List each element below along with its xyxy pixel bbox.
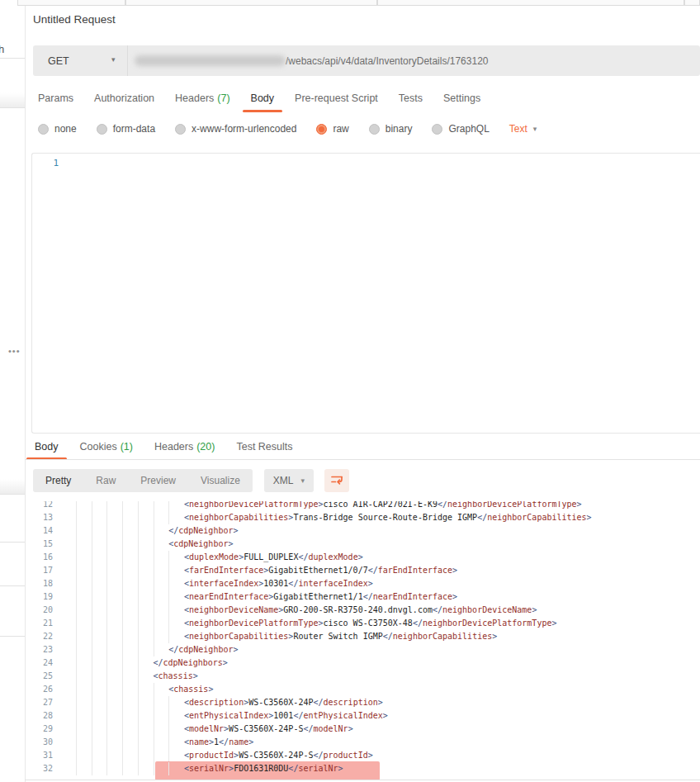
tab-count-badge: (20) xyxy=(196,441,215,453)
language-select[interactable]: XML ▾ xyxy=(264,469,314,492)
indent-guide xyxy=(154,643,154,656)
response-tab-headers[interactable]: Headers(20) xyxy=(146,438,223,460)
code-line-28: 28<entPhysicalIndex>1001</entPhysicalInd… xyxy=(25,709,700,723)
background-table-cell xyxy=(125,0,377,6)
code-line-14: 14</cdpNeighbor> xyxy=(25,524,700,538)
indent-guide xyxy=(92,538,92,551)
request-tab-settings[interactable]: Settings xyxy=(435,89,489,112)
indent-guide xyxy=(154,736,154,749)
body-mode-options: noneform-datax-www-form-urlencodedrawbin… xyxy=(25,119,700,139)
body-mode-form-data[interactable]: form-data xyxy=(97,123,155,135)
method-select[interactable]: GET ▾ xyxy=(33,45,128,76)
indent-guide xyxy=(168,617,169,630)
tab-label: Cookies xyxy=(80,441,117,453)
indent-guide xyxy=(92,501,92,511)
raw-type-select[interactable]: Text▾ xyxy=(509,123,537,135)
chevron-down-icon: ▾ xyxy=(111,55,116,64)
line-number: 29 xyxy=(25,723,53,736)
indent-guide xyxy=(122,670,123,683)
indent-guide xyxy=(138,762,139,775)
body-mode-none[interactable]: none xyxy=(38,123,77,135)
indent-guide xyxy=(92,511,92,524)
indent-guide xyxy=(76,551,77,564)
indent-guide xyxy=(138,590,139,604)
indent-guide xyxy=(92,604,92,617)
line-number: 31 xyxy=(25,749,53,762)
indent-guide xyxy=(122,696,123,709)
request-body-editor[interactable]: 1 xyxy=(31,153,700,434)
body-mode-x-www-form-urlencoded[interactable]: x-www-form-urlencoded xyxy=(175,123,296,135)
indent-guide xyxy=(76,762,77,775)
body-mode-binary[interactable]: binary xyxy=(369,123,413,135)
line-number: 30 xyxy=(25,736,53,749)
line-number: 15 xyxy=(25,538,53,551)
indent-guide xyxy=(168,604,169,617)
indent-guide xyxy=(122,723,123,736)
line-number: 14 xyxy=(25,524,53,538)
url-input[interactable]: /webacs/api/v4/data/InventoryDetails/176… xyxy=(128,45,700,76)
request-tab-tests[interactable]: Tests xyxy=(390,89,431,112)
indent-guide xyxy=(106,538,107,551)
code-text: <farEndInterface>GigabitEthernet1/0/7</f… xyxy=(184,564,457,577)
code-line-15: 15<cdpNeighbor> xyxy=(25,538,700,551)
indent-guide xyxy=(106,604,107,617)
indent-guide xyxy=(154,524,154,538)
line-number: 12 xyxy=(25,501,53,511)
method-label: GET xyxy=(48,55,69,67)
view-mode-pretty[interactable]: Pretty xyxy=(33,469,83,492)
request-tab-authorization[interactable]: Authorization xyxy=(86,89,163,112)
editor-line-number: 1 xyxy=(49,158,59,168)
indent-guide xyxy=(106,524,107,538)
radio-selected-icon xyxy=(316,124,327,135)
indent-guide xyxy=(168,511,169,524)
indent-guide xyxy=(122,736,123,749)
view-mode-preview[interactable]: Preview xyxy=(128,469,188,492)
response-toolbar: PrettyRawPreviewVisualize XML ▾ xyxy=(25,469,700,492)
radio-icon xyxy=(38,124,49,135)
request-tab-body[interactable]: Body xyxy=(243,89,283,112)
indent-guide xyxy=(76,564,77,577)
indent-guide xyxy=(122,590,123,604)
response-body-viewer[interactable]: 12<neighborDevicePlatformType>cisco AIR-… xyxy=(25,501,700,780)
code-line-19: 19<nearEndInterface>GigabitEthernet1/1</… xyxy=(25,590,700,604)
tab-count-badge: (1) xyxy=(121,441,133,453)
indent-guide xyxy=(138,604,139,617)
indent-guide xyxy=(122,511,123,524)
response-tab-body[interactable]: Body xyxy=(26,438,67,460)
url-bar: GET ▾ /webacs/api/v4/data/InventoryDetai… xyxy=(33,45,700,76)
code-line-17: 17<farEndInterface>GigabitEthernet1/0/7<… xyxy=(25,564,700,577)
code-line-18: 18<interfaceIndex>10301</interfaceIndex> xyxy=(25,577,700,590)
indent-guide xyxy=(138,736,139,749)
redacted-host-blur xyxy=(135,55,286,66)
request-tab-headers[interactable]: Headers(7) xyxy=(167,89,239,112)
request-tab-params[interactable]: Params xyxy=(30,89,82,112)
overflow-menu-icon[interactable]: ••• xyxy=(8,346,21,356)
wrap-lines-button[interactable] xyxy=(324,469,349,492)
response-tab-cookies[interactable]: Cookies(1) xyxy=(72,438,141,460)
chevron-down-icon: ▾ xyxy=(533,125,537,133)
indent-guide xyxy=(106,670,107,683)
indent-guide xyxy=(92,643,92,656)
body-mode-label: form-data xyxy=(113,123,155,135)
indent-guide xyxy=(106,577,107,590)
tab-label: Headers xyxy=(175,92,214,104)
tab-label: Settings xyxy=(443,92,480,104)
body-mode-graphql[interactable]: GraphQL xyxy=(432,123,489,135)
indent-guide xyxy=(76,683,77,696)
indent-guide xyxy=(106,564,107,577)
indent-guide xyxy=(122,524,123,538)
indent-guide xyxy=(106,511,107,524)
indent-guide xyxy=(122,709,123,723)
body-mode-raw[interactable]: raw xyxy=(316,123,348,135)
body-mode-label: binary xyxy=(385,123,413,135)
line-number: 18 xyxy=(25,577,53,590)
request-tab-pre-request-script[interactable]: Pre-request Script xyxy=(286,89,386,112)
wrap-lines-icon xyxy=(329,473,344,488)
indent-guide xyxy=(92,551,92,564)
response-tab-test-results[interactable]: Test Results xyxy=(228,438,300,460)
line-number: 32 xyxy=(25,762,53,775)
indent-guide xyxy=(138,617,139,630)
radio-icon xyxy=(97,124,107,135)
view-mode-visualize[interactable]: Visualize xyxy=(188,469,253,492)
view-mode-raw[interactable]: Raw xyxy=(83,469,128,492)
